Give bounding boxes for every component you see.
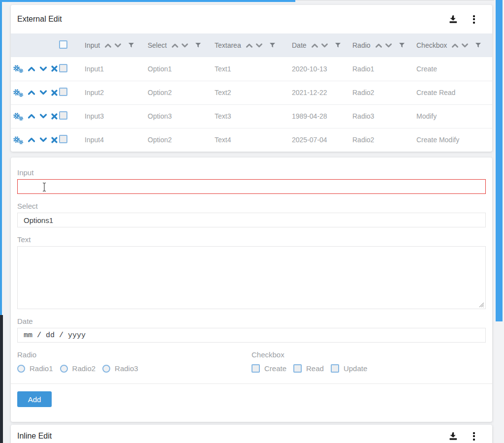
column-label-select: Select xyxy=(148,41,167,49)
sort-desc-icon[interactable] xyxy=(385,43,392,48)
x-icon xyxy=(51,65,58,72)
sort-asc-icon[interactable] xyxy=(171,43,179,48)
table-row: Input1 Option1 Text1 2020-10-13 Radio1 C… xyxy=(11,57,492,81)
top-progress-bar xyxy=(0,0,295,2)
radio-option-radio3[interactable]: Radio3 xyxy=(102,364,138,373)
sort-desc-icon[interactable] xyxy=(321,43,328,48)
cell-radio: Radio2 xyxy=(352,81,416,104)
add-form-card: Input Select Options1 Text Date xyxy=(11,158,492,422)
form-select[interactable]: Options1 xyxy=(17,213,486,227)
cell-textarea: Text3 xyxy=(215,104,292,128)
radio-option-radio1[interactable]: Radio1 xyxy=(17,364,53,373)
menu-button[interactable] xyxy=(469,14,479,25)
row-move-up-button[interactable] xyxy=(28,113,35,119)
chevron-down-icon xyxy=(39,66,47,72)
row-checkbox[interactable] xyxy=(59,135,67,143)
cogs-icon xyxy=(12,135,24,145)
sort-desc-icon[interactable] xyxy=(181,43,189,48)
table-row: Input3 Option3 Text3 1989-04-28 Radio3 M… xyxy=(11,104,492,128)
row-move-up-button[interactable] xyxy=(28,137,35,143)
cell-date: 2025-07-04 xyxy=(292,128,352,152)
checkbox-option-read[interactable]: Read xyxy=(293,364,324,373)
download-button[interactable] xyxy=(447,14,458,25)
download-icon xyxy=(447,431,458,442)
date-label: Date xyxy=(17,317,486,326)
filter-icon[interactable] xyxy=(128,42,134,48)
chevron-down-icon xyxy=(39,113,47,119)
text-cursor-icon xyxy=(41,182,47,192)
filter-icon[interactable] xyxy=(269,42,276,48)
form-textarea[interactable] xyxy=(17,246,486,309)
cell-select: Option1 xyxy=(148,57,215,81)
card-header: External Edit xyxy=(11,5,492,33)
row-checkbox[interactable] xyxy=(59,88,67,96)
sort-desc-icon[interactable] xyxy=(255,43,263,48)
page-scrollbar[interactable] xyxy=(494,0,504,443)
form-date[interactable]: mm / dd / yyyy xyxy=(17,328,486,343)
filter-icon[interactable] xyxy=(335,42,341,48)
chevron-up-icon xyxy=(28,90,35,95)
left-edge-strip xyxy=(0,0,3,443)
resize-grip-icon[interactable] xyxy=(479,302,484,308)
row-move-down-button[interactable] xyxy=(39,113,47,119)
row-move-down-button[interactable] xyxy=(39,90,47,95)
radio-option-radio2[interactable]: Radio2 xyxy=(60,364,96,373)
checkbox-option-update[interactable]: Update xyxy=(331,364,367,373)
external-edit-card: External Edit Input xyxy=(11,5,492,152)
row-move-up-button[interactable] xyxy=(28,66,35,72)
row-delete-button[interactable] xyxy=(51,90,58,96)
filter-icon[interactable] xyxy=(475,42,481,48)
radio-circle-icon xyxy=(60,365,68,373)
sort-asc-icon[interactable] xyxy=(311,43,318,48)
sort-desc-icon[interactable] xyxy=(461,43,469,48)
menu-button[interactable] xyxy=(469,431,479,442)
checkbox-option-create[interactable]: Create xyxy=(252,364,286,373)
text-label: Text xyxy=(17,235,486,244)
checkbox-group-label: Checkbox xyxy=(252,350,486,359)
sort-desc-icon[interactable] xyxy=(114,43,122,48)
checkbox-icon xyxy=(252,364,260,373)
sort-asc-icon[interactable] xyxy=(451,43,459,48)
add-button[interactable]: Add xyxy=(17,391,52,407)
row-settings-button[interactable] xyxy=(12,135,24,145)
scrollbar-thumb[interactable] xyxy=(496,0,503,321)
sort-asc-icon[interactable] xyxy=(375,43,382,48)
inline-edit-card: Inline Edit xyxy=(11,425,492,443)
row-delete-button[interactable] xyxy=(51,137,58,143)
cell-date: 2021-12-22 xyxy=(292,81,352,104)
row-checkbox[interactable] xyxy=(59,64,67,72)
column-label-input: Input xyxy=(85,41,100,49)
checkbox-icon xyxy=(293,364,302,373)
row-move-up-button[interactable] xyxy=(28,90,35,95)
input-label: Input xyxy=(17,168,486,177)
cell-checkbox: Create xyxy=(416,57,492,81)
row-delete-button[interactable] xyxy=(51,113,58,120)
row-checkbox[interactable] xyxy=(59,111,67,120)
checkbox-group: Checkbox Create Read Update xyxy=(252,350,486,373)
left-dark-strip xyxy=(0,315,3,443)
select-all-checkbox[interactable] xyxy=(59,40,67,49)
row-settings-button[interactable] xyxy=(12,88,24,97)
radio-circle-icon xyxy=(17,365,25,373)
filter-icon[interactable] xyxy=(195,42,201,48)
filter-icon[interactable] xyxy=(399,42,405,48)
row-delete-button[interactable] xyxy=(51,65,58,72)
sort-asc-icon[interactable] xyxy=(246,43,253,48)
date-placeholder: mm / dd / yyyy xyxy=(24,331,86,340)
sort-asc-icon[interactable] xyxy=(104,43,112,48)
cogs-icon xyxy=(12,64,24,73)
row-settings-button[interactable] xyxy=(12,112,24,121)
radio-option-label: Radio2 xyxy=(72,364,96,373)
row-move-down-button[interactable] xyxy=(39,66,47,72)
download-button[interactable] xyxy=(447,431,458,442)
column-label-textarea: Textarea xyxy=(215,41,241,49)
row-settings-button[interactable] xyxy=(12,64,24,73)
select-value: Options1 xyxy=(24,216,53,224)
cogs-icon xyxy=(12,88,24,97)
form-input[interactable] xyxy=(17,179,486,194)
left-scrollbar-thumb[interactable] xyxy=(0,0,2,315)
row-move-down-button[interactable] xyxy=(39,137,47,143)
chevron-up-icon xyxy=(28,66,35,72)
download-icon xyxy=(447,14,458,25)
cell-checkbox: Create Modify xyxy=(416,128,492,152)
